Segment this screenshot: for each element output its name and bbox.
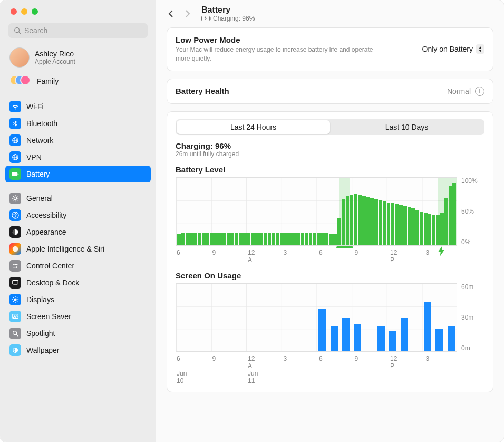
svg-rect-19 [13, 281, 18, 284]
sidebar-item-family[interactable]: Family [5, 72, 151, 91]
wallpaper-icon [9, 344, 21, 356]
battery-health-status: Normal [447, 87, 471, 95]
battery-icon [9, 168, 21, 180]
sidebar-item-ai-siri[interactable]: Apple Intelligence & Siri [5, 241, 151, 257]
spotlight-icon [9, 328, 21, 339]
sidebar-item-label: Wallpaper [26, 346, 60, 354]
sidebar-item-label: Screen Saver [26, 312, 71, 321]
svg-point-17 [16, 266, 17, 268]
nav-back-button[interactable] [163, 6, 178, 21]
seg-last-10-days[interactable]: Last 10 Days [330, 120, 483, 134]
sidebar-item-desktop-dock[interactable]: Desktop & Dock [5, 274, 151, 291]
window-controls [0, 0, 156, 19]
account-subtitle: Apple Account [35, 58, 75, 65]
screen-on-xaxis: 6912 A36912 P3 [176, 355, 484, 370]
low-power-mode-title: Low Power Mode [176, 35, 412, 44]
sidebar-item-vpn[interactable]: VPN [5, 149, 151, 166]
sidebar-item-label: Wi-Fi [26, 102, 44, 111]
sidebar-item-label: Bluetooth [26, 119, 57, 128]
svg-point-10 [14, 197, 16, 199]
svg-line-1 [19, 32, 21, 34]
sidebar-item-label: Appearance [26, 228, 66, 236]
screen-on-yaxis: 60m30m0m [461, 283, 484, 352]
low-power-mode-desc: Your Mac will reduce energy usage to inc… [176, 45, 386, 63]
svg-rect-28 [210, 17, 211, 20]
sidebar-item-label: General [26, 194, 53, 203]
search-icon [14, 27, 21, 34]
sidebar-item-label: Displays [26, 295, 54, 304]
avatar [9, 47, 30, 68]
svg-point-24 [13, 331, 17, 335]
sidebar-item-general[interactable]: General [5, 190, 151, 207]
accessibility-icon [9, 209, 21, 221]
appearance-icon [9, 226, 21, 238]
sidebar-item-spotlight[interactable]: Spotlight [5, 325, 151, 342]
bolt-icon [438, 246, 445, 254]
svg-point-14 [13, 246, 18, 252]
charging-eta: 26m until fully charged [176, 150, 484, 158]
svg-point-0 [15, 28, 20, 33]
svg-rect-20 [14, 285, 17, 285]
sidebar-item-label: Network [26, 136, 53, 145]
svg-rect-8 [12, 172, 17, 176]
ai-siri-icon [9, 243, 21, 255]
sidebar-item-accessibility[interactable]: Accessibility [5, 207, 151, 224]
desktop-dock-icon [9, 277, 21, 289]
svg-point-21 [14, 298, 16, 301]
sidebar-item-account[interactable]: Ashley Rico Apple Account [5, 44, 151, 71]
battery-health-title: Battery Health [176, 87, 229, 95]
sidebar-item-label: Spotlight [26, 329, 55, 338]
low-power-mode-card: Low Power Mode Your Mac will reduce ener… [167, 27, 493, 71]
dropdown-selected: Only on Battery [422, 45, 473, 53]
zoom-window-button[interactable] [32, 8, 38, 15]
info-icon[interactable]: i [475, 87, 484, 96]
low-power-mode-dropdown[interactable]: Only on Battery ▲▼ [422, 35, 485, 63]
family-avatars [9, 75, 32, 88]
sidebar-item-label: Desktop & Dock [26, 278, 79, 287]
screen-on-date-row: Jun 10Jun 11 [176, 370, 484, 385]
sidebar-item-label: Battery [26, 170, 50, 178]
wifi-icon [9, 101, 21, 112]
control-center-icon [9, 260, 21, 272]
sidebar-item-wallpaper[interactable]: Wallpaper [5, 342, 151, 359]
sidebar-item-label: Accessibility [26, 211, 66, 219]
sidebar-item-battery[interactable]: Battery [5, 166, 151, 182]
sidebar-item-screen-saver[interactable]: Screen Saver [5, 308, 151, 325]
sidebar-item-bluetooth[interactable]: Bluetooth [5, 115, 151, 132]
header: Battery Charging: 96% [156, 0, 504, 27]
network-icon [9, 134, 21, 146]
battery-health-card: Battery Health Normal i [167, 79, 493, 104]
sidebar-item-label: VPN [26, 153, 42, 161]
svg-rect-9 [18, 173, 19, 175]
page-title: Battery [201, 5, 255, 15]
time-range-segmented-control: Last 24 Hours Last 10 Days [176, 119, 484, 135]
svg-point-12 [15, 213, 16, 214]
screen-saver-icon [9, 311, 21, 322]
nav-forward-button[interactable] [180, 6, 195, 21]
usage-card: Last 24 Hours Last 10 Days Charging: 96%… [167, 111, 493, 392]
general-icon [9, 193, 21, 204]
screen-on-chart: Screen On Usage 60m30m0m 6912 A36912 P3 … [176, 271, 484, 385]
battery-level-yaxis: 100%50%0% [461, 177, 484, 246]
sidebar-item-appearance[interactable]: Appearance [5, 224, 151, 241]
sidebar: Search Ashley Rico Apple Account Family … [0, 0, 156, 442]
chart-title-battery-level: Battery Level [176, 165, 484, 174]
search-placeholder: Search [24, 26, 47, 35]
sidebar-item-displays[interactable]: Displays [5, 291, 151, 308]
sidebar-item-control-center[interactable]: Control Center [5, 257, 151, 274]
sidebar-item-network[interactable]: Network [5, 132, 151, 149]
main-pane: Battery Charging: 96% Low Power Mode You… [156, 0, 504, 442]
minimize-window-button[interactable] [21, 8, 27, 15]
family-label: Family [37, 77, 59, 85]
sidebar-item-label: Apple Intelligence & Siri [26, 245, 104, 253]
sidebar-item-label: Control Center [26, 262, 74, 270]
battery-level-plot [176, 177, 457, 246]
bluetooth-icon [9, 118, 21, 129]
account-name: Ashley Rico [35, 50, 75, 58]
sidebar-item-wifi[interactable]: Wi-Fi [5, 98, 151, 115]
search-input[interactable]: Search [8, 23, 148, 38]
chart-title-screen-on: Screen On Usage [176, 271, 484, 280]
charging-status: Charging: 96% [176, 141, 484, 150]
close-window-button[interactable] [11, 8, 17, 15]
seg-last-24-hours[interactable]: Last 24 Hours [177, 120, 330, 134]
